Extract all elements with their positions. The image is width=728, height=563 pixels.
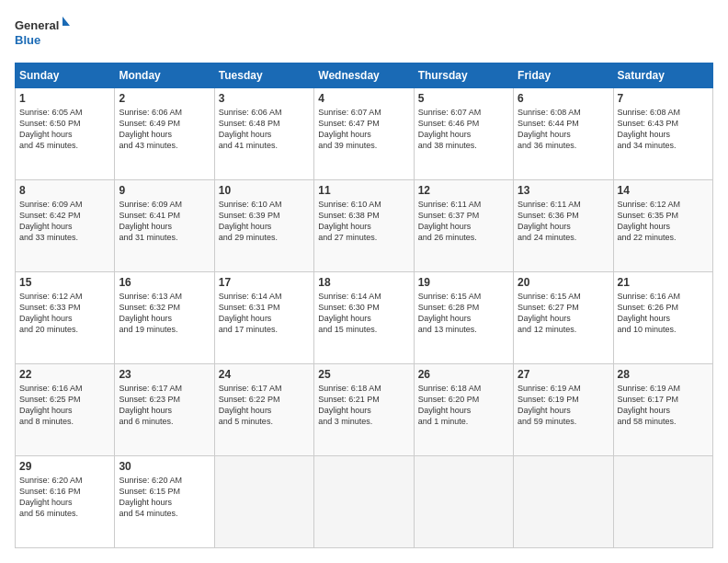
daylight-value: and 38 minutes.: [418, 141, 477, 150]
day-number: 1: [19, 92, 110, 105]
day-info: Sunrise: 6:16 AMSunset: 6:25 PMDaylight …: [19, 383, 110, 428]
daylight-value: and 54 minutes.: [119, 509, 177, 518]
sunset-text: Sunset: 6:48 PM: [219, 119, 280, 128]
daylight-label: Daylight hours: [418, 130, 472, 139]
calendar-cell: 17Sunrise: 6:14 AMSunset: 6:31 PMDayligh…: [214, 272, 313, 364]
day-number: 11: [318, 184, 409, 197]
calendar-cell: 25Sunrise: 6:18 AMSunset: 6:21 PMDayligh…: [314, 364, 414, 456]
weekday-header: Friday: [514, 63, 613, 88]
weekday-header: Thursday: [414, 63, 513, 88]
day-info: Sunrise: 6:08 AMSunset: 6:44 PMDaylight …: [518, 107, 609, 152]
daylight-value: and 29 minutes.: [219, 233, 278, 242]
day-number: 16: [119, 276, 210, 289]
sunrise-text: Sunrise: 6:09 AM: [119, 200, 182, 209]
calendar-cell: [613, 456, 712, 548]
svg-marker-2: [63, 17, 70, 26]
day-info: Sunrise: 6:14 AMSunset: 6:31 PMDaylight …: [219, 291, 310, 336]
day-info: Sunrise: 6:18 AMSunset: 6:20 PMDaylight …: [418, 383, 509, 428]
calendar-cell: 23Sunrise: 6:17 AMSunset: 6:23 PMDayligh…: [115, 364, 214, 456]
svg-text:Blue: Blue: [15, 33, 40, 47]
daylight-label: Daylight hours: [518, 406, 571, 415]
day-info: Sunrise: 6:20 AMSunset: 6:15 PMDaylight …: [119, 475, 210, 520]
daylight-value: and 10 minutes.: [618, 325, 677, 334]
day-info: Sunrise: 6:12 AMSunset: 6:35 PMDaylight …: [618, 199, 709, 244]
sunset-text: Sunset: 6:47 PM: [318, 119, 380, 128]
sunrise-text: Sunrise: 6:16 AM: [19, 384, 83, 393]
daylight-value: and 59 minutes.: [518, 417, 576, 426]
calendar-week-row: 29Sunrise: 6:20 AMSunset: 6:16 PMDayligh…: [16, 456, 713, 548]
day-info: Sunrise: 6:07 AMSunset: 6:47 PMDaylight …: [318, 107, 409, 152]
day-number: 9: [119, 184, 210, 197]
day-info: Sunrise: 6:19 AMSunset: 6:17 PMDaylight …: [618, 383, 709, 428]
sunset-text: Sunset: 6:22 PM: [219, 395, 280, 404]
daylight-label: Daylight hours: [318, 314, 371, 323]
daylight-label: Daylight hours: [418, 406, 472, 415]
day-number: 24: [219, 368, 310, 381]
day-number: 3: [219, 92, 310, 105]
day-info: Sunrise: 6:10 AMSunset: 6:38 PMDaylight …: [318, 199, 409, 244]
weekday-header: Saturday: [613, 63, 712, 88]
sunrise-text: Sunrise: 6:06 AM: [219, 108, 282, 117]
day-info: Sunrise: 6:20 AMSunset: 6:16 PMDaylight …: [19, 475, 110, 520]
day-info: Sunrise: 6:11 AMSunset: 6:36 PMDaylight …: [518, 199, 609, 244]
day-info: Sunrise: 6:15 AMSunset: 6:28 PMDaylight …: [418, 291, 509, 336]
day-number: 4: [318, 92, 409, 105]
daylight-label: Daylight hours: [19, 406, 73, 415]
day-number: 23: [119, 368, 210, 381]
sunset-text: Sunset: 6:44 PM: [518, 119, 579, 128]
calendar-cell: 12Sunrise: 6:11 AMSunset: 6:37 PMDayligh…: [414, 180, 513, 272]
daylight-label: Daylight hours: [618, 406, 671, 415]
calendar-table: SundayMondayTuesdayWednesdayThursdayFrid…: [15, 63, 713, 548]
weekday-header: Monday: [115, 63, 214, 88]
daylight-label: Daylight hours: [318, 222, 371, 231]
calendar-cell: 13Sunrise: 6:11 AMSunset: 6:36 PMDayligh…: [514, 180, 613, 272]
daylight-value: and 24 minutes.: [518, 233, 576, 242]
weekday-header: Sunday: [16, 63, 115, 88]
daylight-value: and 5 minutes.: [219, 417, 273, 426]
daylight-value: and 19 minutes.: [119, 325, 177, 334]
day-info: Sunrise: 6:06 AMSunset: 6:49 PMDaylight …: [119, 107, 210, 152]
calendar-cell: [414, 456, 513, 548]
daylight-value: and 1 minute.: [418, 417, 469, 426]
sunset-text: Sunset: 6:15 PM: [119, 487, 180, 496]
day-number: 8: [19, 184, 110, 197]
day-number: 14: [618, 184, 709, 197]
sunset-text: Sunset: 6:28 PM: [418, 303, 480, 312]
calendar-cell: 5Sunrise: 6:07 AMSunset: 6:46 PMDaylight…: [414, 88, 513, 180]
daylight-value: and 33 minutes.: [19, 233, 78, 242]
calendar-cell: 27Sunrise: 6:19 AMSunset: 6:19 PMDayligh…: [514, 364, 613, 456]
daylight-value: and 58 minutes.: [618, 417, 677, 426]
sunrise-text: Sunrise: 6:08 AM: [618, 108, 681, 117]
day-number: 27: [518, 368, 609, 381]
sunset-text: Sunset: 6:26 PM: [618, 303, 679, 312]
day-info: Sunrise: 6:19 AMSunset: 6:19 PMDaylight …: [518, 383, 609, 428]
daylight-label: Daylight hours: [219, 406, 272, 415]
day-number: 17: [219, 276, 310, 289]
sunrise-text: Sunrise: 6:08 AM: [518, 108, 581, 117]
day-number: 29: [19, 460, 110, 473]
daylight-label: Daylight hours: [518, 130, 571, 139]
daylight-label: Daylight hours: [618, 222, 671, 231]
sunset-text: Sunset: 6:38 PM: [318, 211, 380, 220]
calendar-cell: 26Sunrise: 6:18 AMSunset: 6:20 PMDayligh…: [414, 364, 513, 456]
calendar-cell: 21Sunrise: 6:16 AMSunset: 6:26 PMDayligh…: [613, 272, 712, 364]
daylight-label: Daylight hours: [518, 314, 571, 323]
calendar-week-row: 15Sunrise: 6:12 AMSunset: 6:33 PMDayligh…: [16, 272, 713, 364]
sunset-text: Sunset: 6:20 PM: [418, 395, 480, 404]
daylight-value: and 13 minutes.: [418, 325, 477, 334]
daylight-value: and 43 minutes.: [119, 141, 177, 150]
calendar-cell: 15Sunrise: 6:12 AMSunset: 6:33 PMDayligh…: [16, 272, 115, 364]
day-number: 7: [618, 92, 709, 105]
sunset-text: Sunset: 6:49 PM: [119, 119, 180, 128]
day-info: Sunrise: 6:07 AMSunset: 6:46 PMDaylight …: [418, 107, 509, 152]
day-info: Sunrise: 6:15 AMSunset: 6:27 PMDaylight …: [518, 291, 609, 336]
daylight-value: and 26 minutes.: [418, 233, 477, 242]
calendar-cell: 24Sunrise: 6:17 AMSunset: 6:22 PMDayligh…: [214, 364, 313, 456]
sunset-text: Sunset: 6:36 PM: [518, 211, 579, 220]
daylight-value: and 3 minutes.: [318, 417, 372, 426]
sunset-text: Sunset: 6:16 PM: [19, 487, 81, 496]
day-number: 6: [518, 92, 609, 105]
logo-svg: General Blue: [15, 15, 70, 53]
day-number: 18: [318, 276, 409, 289]
calendar-week-row: 22Sunrise: 6:16 AMSunset: 6:25 PMDayligh…: [16, 364, 713, 456]
